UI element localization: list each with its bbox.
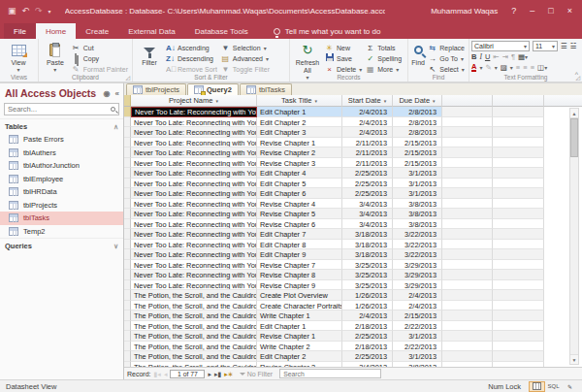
nav-item-tblprojects[interactable]: tblProjects: [0, 199, 123, 212]
cell-empty[interactable]: [442, 310, 493, 321]
cell-project-name[interactable]: Never Too Late: Reconnecting with You: [131, 147, 257, 158]
record-selector[interactable]: [124, 158, 131, 169]
cell-empty[interactable]: [493, 138, 544, 148]
cell-start-date[interactable]: 2/11/2013: [342, 147, 393, 158]
filter-dropdown-icon[interactable]: ▾: [215, 98, 218, 104]
cell-due-date[interactable]: 3/29/2013: [393, 280, 442, 291]
cell-task-title[interactable]: Revise Chapter 6: [257, 219, 342, 230]
table-row[interactable]: Never Too Late: Reconnecting with YouEdi…: [124, 249, 582, 260]
column-header-project-name[interactable]: Project Name▾: [131, 95, 257, 107]
cell-empty[interactable]: [493, 209, 544, 219]
cell-start-date[interactable]: 3/25/2013: [342, 280, 393, 291]
column-header-task-title[interactable]: Task Title▾: [257, 95, 342, 107]
table-row[interactable]: Never Too Late: Reconnecting with YouRev…: [124, 280, 582, 291]
tab-home[interactable]: Home: [36, 23, 76, 39]
cell-due-date[interactable]: 2/8/2013: [393, 117, 442, 128]
cell-empty[interactable]: [493, 310, 544, 321]
last-record-button[interactable]: ▸▮: [214, 371, 221, 377]
cell-due-date[interactable]: 2/15/2013: [393, 310, 442, 321]
table-row[interactable]: Never Too Late: Reconnecting with YouEdi…: [124, 127, 582, 138]
customize-quick-access-icon[interactable]: ▾: [48, 8, 51, 15]
cell-due-date[interactable]: 2/22/2013: [393, 342, 442, 352]
cell-empty[interactable]: [442, 260, 493, 271]
find-button[interactable]: Find: [410, 41, 426, 67]
cell-start-date[interactable]: 3/25/2013: [342, 260, 393, 271]
cell-empty[interactable]: [493, 229, 544, 240]
table-row[interactable]: Never Too Late: Reconnecting with YouRev…: [124, 199, 582, 210]
cell-empty[interactable]: [493, 249, 544, 260]
cell-empty[interactable]: [493, 342, 544, 352]
cell-empty[interactable]: [442, 240, 493, 250]
record-selector[interactable]: [124, 331, 131, 342]
nav-pane-menu-icon[interactable]: ◉: [104, 89, 111, 98]
cell-empty[interactable]: [493, 260, 544, 271]
table-row[interactable]: The Potion, the Scroll, and the Cauldron…: [124, 331, 582, 342]
filter-button[interactable]: Filter: [135, 41, 164, 67]
nav-item-tblemployee[interactable]: tblEmployee: [0, 173, 123, 186]
undo-icon[interactable]: ↶: [22, 6, 30, 16]
cell-project-name[interactable]: Never Too Late: Reconnecting with You: [131, 209, 257, 219]
first-record-button[interactable]: ▮◂: [154, 371, 161, 377]
ascending-button[interactable]: A↓Ascending: [164, 43, 219, 52]
table-row[interactable]: Never Too Late: Reconnecting with YouEdi…: [124, 107, 582, 117]
cell-due-date[interactable]: 3/8/2013: [393, 219, 442, 230]
cell-task-title[interactable]: Edit Chapter 6: [257, 188, 342, 199]
nav-item-tbltasks[interactable]: tblTasks: [0, 212, 123, 225]
cell-task-title[interactable]: Edit Chapter 1: [257, 107, 342, 117]
cell-project-name[interactable]: Never Too Late: Reconnecting with You: [131, 179, 257, 189]
cell-empty[interactable]: [442, 342, 493, 352]
cell-project-name[interactable]: Never Too Late: Reconnecting with You: [131, 270, 257, 280]
tab-create[interactable]: Create: [76, 23, 118, 39]
design-view-button[interactable]: ✎: [562, 381, 578, 392]
record-selector[interactable]: [124, 179, 131, 189]
table-row[interactable]: Never Too Late: Reconnecting with YouRev…: [124, 219, 582, 230]
advanced-button[interactable]: ▤Advanced▾: [219, 53, 272, 63]
selection-button[interactable]: ▼Selection▾: [219, 43, 272, 52]
table-row[interactable]: Never Too Late: Reconnecting with YouEdi…: [124, 168, 582, 179]
cell-start-date[interactable]: 2/25/2013: [342, 179, 393, 189]
nav-search-input[interactable]: [8, 105, 111, 114]
cell-empty[interactable]: [493, 219, 544, 230]
cell-project-name[interactable]: Never Too Late: Reconnecting with You: [131, 158, 257, 169]
cell-empty[interactable]: [493, 331, 544, 342]
select-all-corner[interactable]: [124, 95, 131, 107]
cell-project-name[interactable]: The Potion, the Scroll, and the Cauldron: [131, 342, 257, 352]
cell-task-title[interactable]: Revise Chapter 2: [257, 147, 342, 158]
cell-task-title[interactable]: Edit Chapter 4: [257, 168, 342, 179]
scrollbar-thumb[interactable]: [570, 118, 578, 157]
totals-button[interactable]: ΣTotals: [364, 43, 404, 52]
record-selector[interactable]: [124, 270, 131, 280]
cell-start-date[interactable]: 1/26/2013: [342, 301, 393, 311]
help-button[interactable]: ?: [511, 6, 516, 16]
italic-button[interactable]: I: [479, 52, 482, 61]
nav-item-tblauthorjunction[interactable]: tblAuthorJunction: [0, 159, 123, 173]
cell-task-title[interactable]: Create Plot Overview: [257, 290, 342, 301]
cell-start-date[interactable]: 3/4/2013: [342, 209, 393, 219]
align-right-icon[interactable]: ≡: [531, 63, 534, 72]
cell-empty[interactable]: [442, 107, 493, 117]
record-selector[interactable]: [124, 310, 131, 321]
redo-icon[interactable]: ↷: [35, 6, 43, 16]
table-row[interactable]: The Potion, the Scroll, and the Cauldron…: [124, 301, 582, 311]
cell-due-date[interactable]: 2/4/2013: [393, 290, 442, 301]
table-row[interactable]: The Potion, the Scroll, and the Cauldron…: [124, 342, 582, 352]
cell-project-name[interactable]: The Potion, the Scroll, and the Cauldron: [131, 290, 257, 301]
cell-start-date[interactable]: 2/4/2013: [342, 107, 393, 117]
record-selector[interactable]: [124, 138, 131, 148]
cell-start-date[interactable]: 2/11/2013: [342, 158, 393, 169]
cell-task-title[interactable]: Edit Chapter 2: [257, 117, 342, 128]
cell-empty[interactable]: [493, 199, 544, 210]
cell-empty[interactable]: [493, 301, 544, 311]
table-row[interactable]: Never Too Late: Reconnecting with YouRev…: [124, 260, 582, 271]
cell-task-title[interactable]: Revise Chapter 7: [257, 260, 342, 271]
font-name-combo[interactable]: Calibri▾: [471, 41, 530, 51]
new-blank-record-button[interactable]: ▸∗: [224, 371, 233, 377]
cell-start-date[interactable]: 2/25/2013: [342, 331, 393, 342]
cell-empty[interactable]: [442, 199, 493, 210]
cell-due-date[interactable]: 3/29/2013: [393, 270, 442, 280]
cell-project-name[interactable]: The Potion, the Scroll, and the Cauldron: [131, 310, 257, 321]
cell-start-date[interactable]: 2/18/2013: [342, 321, 393, 332]
nav-search-box[interactable]: [4, 103, 119, 115]
record-selector[interactable]: [124, 351, 131, 362]
cell-due-date[interactable]: 2/15/2013: [393, 138, 442, 148]
